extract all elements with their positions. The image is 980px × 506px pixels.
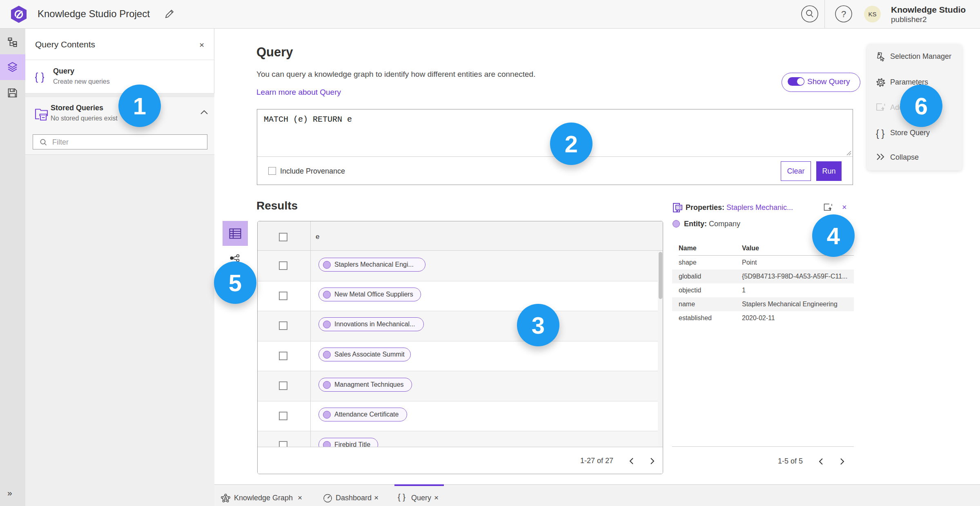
svg-text:?: ? (841, 9, 846, 19)
